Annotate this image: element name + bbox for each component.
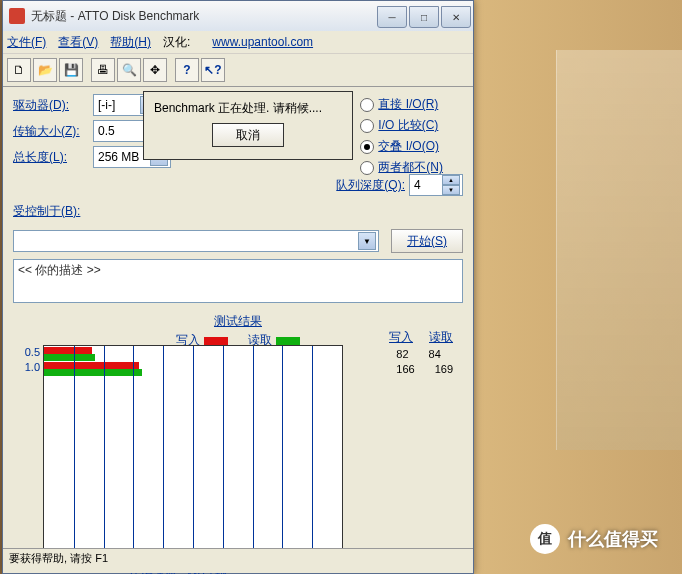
whatsthis-button[interactable]: ↖?: [201, 58, 225, 82]
chevron-down-icon: ▼: [358, 232, 376, 250]
window-title: 无标题 - ATTO Disk Benchmark: [31, 8, 375, 25]
progress-dialog: Benchmark 正在处理. 请稍候.... 取消: [143, 91, 353, 160]
statusbar: 要获得帮助, 请按 F1: [3, 548, 473, 573]
drive-label: 驱动器(D):: [13, 97, 93, 114]
dialog-message: Benchmark 正在处理. 请稍候....: [154, 100, 342, 117]
spin-up-icon[interactable]: ▲: [442, 175, 460, 185]
legend-read-swatch: [276, 337, 300, 345]
help-button[interactable]: ?: [175, 58, 199, 82]
close-button[interactable]: ✕: [441, 6, 471, 28]
maximize-button[interactable]: □: [409, 6, 439, 28]
plot-area: 0.5 1.0: [43, 345, 343, 553]
length-label: 总长度(L):: [13, 149, 93, 166]
chart-title: 测试结果: [13, 313, 463, 330]
bar-write: [44, 347, 92, 354]
bar-write: [44, 362, 139, 369]
toolbar: 🗋 📂 💾 🖶 🔍 ✥ ? ↖?: [3, 54, 473, 87]
radio-direct[interactable]: [360, 98, 374, 112]
menu-url[interactable]: www.upantool.com: [212, 35, 313, 49]
queue-spinner[interactable]: 4 ▲▼: [409, 174, 463, 196]
cancel-button[interactable]: 取消: [212, 123, 284, 147]
spin-down-icon[interactable]: ▼: [442, 185, 460, 195]
start-button[interactable]: 开始(S): [391, 229, 463, 253]
app-icon: [9, 8, 25, 24]
print-button[interactable]: 🖶: [91, 58, 115, 82]
move-button[interactable]: ✥: [143, 58, 167, 82]
radio-neither[interactable]: [360, 161, 374, 175]
radio-io-compare[interactable]: [360, 119, 374, 133]
save-button[interactable]: 💾: [59, 58, 83, 82]
watermark-text: 什么值得买: [568, 527, 658, 551]
menubar: 文件(F) 查看(V) 帮助(H) 汉化: www.upantool.com: [3, 31, 473, 54]
controlled-label: 受控制于(B):: [13, 203, 93, 220]
watermark: 值 什么值得买: [530, 524, 658, 554]
menu-cn-label: 汉化:: [163, 34, 190, 51]
queue-label: 队列深度(Q):: [336, 177, 405, 194]
watermark-icon: 值: [530, 524, 560, 554]
app-window: 无标题 - ATTO Disk Benchmark ─ □ ✕ 文件(F) 查看…: [2, 0, 474, 574]
data-values: 8284 166169: [396, 347, 453, 377]
controlled-dropdown[interactable]: ▼: [13, 230, 379, 252]
legend-write-swatch: [204, 337, 228, 345]
menu-help[interactable]: 帮助(H): [110, 34, 151, 51]
new-button[interactable]: 🗋: [7, 58, 31, 82]
minimize-button[interactable]: ─: [377, 6, 407, 28]
bar-read: [44, 369, 142, 376]
menu-view[interactable]: 查看(V): [58, 34, 98, 51]
radio-overlap[interactable]: [360, 140, 374, 154]
open-button[interactable]: 📂: [33, 58, 57, 82]
menu-file[interactable]: 文件(F): [7, 34, 46, 51]
titlebar[interactable]: 无标题 - ATTO Disk Benchmark ─ □ ✕: [3, 1, 473, 31]
description-input[interactable]: << 你的描述 >>: [13, 259, 463, 303]
preview-button[interactable]: 🔍: [117, 58, 141, 82]
bar-read: [44, 354, 95, 361]
chart: 测试结果 写入 读取 写入 读取 8284 166169 0.5 1.0: [13, 313, 463, 574]
xfer-label: 传输大小(Z):: [13, 123, 93, 140]
